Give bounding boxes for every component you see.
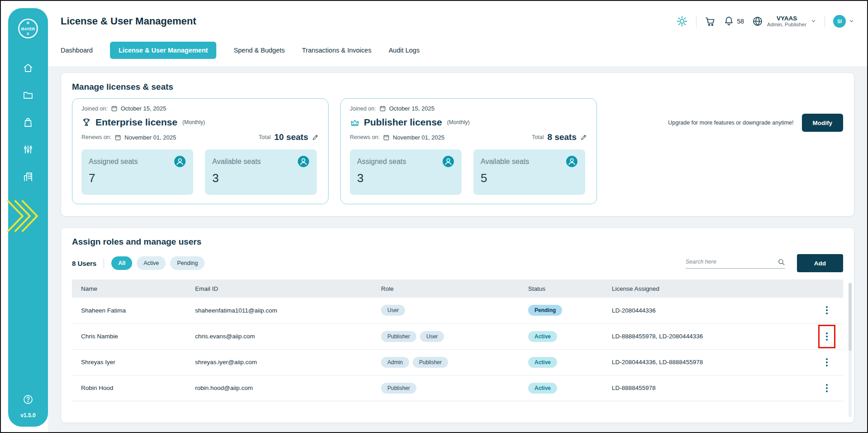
renews-date: November 01, 2025: [393, 134, 444, 141]
trophy-icon: [81, 117, 91, 127]
assigned-seats-box: Assigned seats 7: [81, 149, 193, 195]
license-card-enterprise: Joined on: October 15, 2025 Enterprise l…: [72, 98, 329, 204]
cell-roles: AdminPublisher: [372, 349, 519, 375]
sidebar-item-marketplace[interactable]: [22, 117, 34, 129]
billing-cycle: (Monthly): [447, 119, 470, 125]
license-name: Enterprise license: [95, 117, 177, 128]
help-button[interactable]: [22, 394, 34, 406]
kebab-highlight-frame: [818, 376, 835, 400]
renews-date: November 01, 2025: [124, 134, 176, 141]
calendar-icon: [114, 134, 121, 141]
role-pill: User: [420, 331, 444, 342]
cell-roles: User: [372, 298, 519, 323]
tab-transactions-invoices[interactable]: Transactions & Invoices: [302, 47, 371, 54]
divider: [104, 258, 104, 268]
status-pill: Active: [528, 357, 557, 368]
col-header-name: Name: [72, 279, 186, 298]
row-actions-kebab-icon[interactable]: [821, 327, 833, 346]
table-row: Chris Nambie chris.evans@aiip.com Publis…: [72, 323, 843, 349]
seat-label: Assigned seats: [89, 158, 138, 166]
sidebar-nav: [22, 63, 34, 183]
seat-value: 7: [89, 171, 186, 185]
folder-icon: [23, 90, 33, 101]
sidebar-item-organization[interactable]: [22, 171, 34, 183]
avatar: SI: [833, 15, 846, 28]
joined-label: Joined on:: [81, 106, 108, 112]
seat-label: Assigned seats: [357, 158, 406, 166]
calendar-icon: [111, 105, 118, 112]
filter-active[interactable]: Active: [137, 256, 166, 270]
row-actions-kebab-icon[interactable]: [821, 379, 833, 398]
users-tbody: Shaheen Fatima shaheenfatima1011@aiip.co…: [72, 298, 843, 401]
total-seats: 8 seats: [548, 132, 577, 142]
svg-text:E: E: [27, 32, 29, 36]
filter-pills: AllActivePending: [111, 256, 205, 270]
licenses-section-title: Manage licenses & seats: [72, 82, 843, 92]
tab-license-user-management[interactable]: License & User Management: [110, 42, 216, 59]
seat-value: 3: [357, 171, 454, 185]
filter-all[interactable]: All: [111, 256, 132, 270]
cell-roles: Publisher: [372, 375, 519, 401]
svg-text:B: B: [27, 21, 29, 25]
bayer-logo: BAYER B E: [18, 18, 38, 39]
avatar-menu[interactable]: SI: [833, 15, 854, 28]
cell-status: Pending: [519, 298, 603, 323]
divider: [696, 15, 696, 27]
tab-audit-logs[interactable]: Audit Logs: [389, 47, 420, 54]
globe-icon: [752, 16, 763, 27]
chevron-down-icon: [849, 18, 854, 24]
modify-button[interactable]: Modify: [802, 114, 844, 132]
cell-name: Shreyas Iyer: [72, 349, 186, 375]
cell-status: Active: [519, 323, 603, 349]
kebab-highlight-frame: [818, 325, 835, 348]
notification-count: 58: [737, 18, 744, 25]
sidebar-item-home[interactable]: [22, 63, 34, 74]
users-count: 8 Users: [72, 260, 96, 267]
main-area: License & User Management 58 VYAAS: [48, 1, 867, 432]
available-seats-box: Available seats 3: [205, 149, 317, 195]
seat-value: 3: [212, 171, 310, 185]
seat-label: Available seats: [481, 158, 529, 166]
building-icon: [23, 171, 33, 182]
bag-icon: [23, 117, 33, 128]
tab-spend-budgets[interactable]: Spend & Budgets: [234, 47, 285, 54]
edit-seats-icon[interactable]: [312, 134, 319, 141]
billing-cycle: (Monthly): [182, 119, 205, 125]
cart-icon[interactable]: [705, 16, 715, 27]
available-seats-box: Available seats 5: [473, 149, 585, 195]
notifications-button[interactable]: 58: [724, 16, 744, 26]
col-header-license-assigned: License Assigned: [603, 279, 810, 298]
table-scrollbar[interactable]: [849, 282, 852, 417]
role-pill: Publisher: [413, 357, 448, 368]
row-actions-kebab-icon[interactable]: [821, 353, 833, 372]
add-user-button[interactable]: Add: [797, 254, 843, 272]
page-title: License & User Management: [61, 15, 196, 27]
row-actions-kebab-icon[interactable]: [821, 301, 833, 320]
col-header-actions: [810, 279, 843, 298]
filter-pending[interactable]: Pending: [170, 256, 205, 270]
license-card-publisher: Joined on: October 15, 2025 Publisher li…: [340, 98, 597, 204]
kebab-cell: [810, 375, 843, 401]
users-section: Assign roles and manage users 8 Users Al…: [61, 227, 854, 423]
account-menu[interactable]: VYAAS Admin, Publisher: [752, 15, 816, 28]
cell-roles: PublisherUser: [372, 323, 519, 349]
edit-seats-icon[interactable]: [580, 134, 587, 141]
person-circle-icon: [174, 155, 186, 168]
scrollbar-thumb[interactable]: [849, 283, 852, 351]
sidebar-item-projects[interactable]: [22, 90, 34, 101]
search-icon[interactable]: [777, 258, 785, 266]
renews-label: Renews on:: [350, 134, 380, 140]
calendar-icon: [383, 134, 390, 141]
search-input[interactable]: [686, 259, 777, 265]
gear-icon[interactable]: [676, 15, 688, 27]
tab-dashboard[interactable]: Dashboard: [61, 47, 93, 54]
status-pill: Pending: [528, 305, 562, 316]
chevron-down-icon: [811, 18, 816, 24]
users-table: NameEmail IDRoleStatusLicense Assigned S…: [72, 279, 843, 401]
content: Manage licenses & seats Joined on: Octob…: [48, 66, 867, 432]
version-label: v1.5.0: [20, 412, 35, 419]
sidebar-item-analytics[interactable]: [22, 144, 34, 156]
cell-license: LD-8888455978, LD-2080444336: [603, 323, 810, 349]
table-row: Robin Hood robin.hood@aiip.com Publisher…: [72, 375, 843, 401]
users-controls: 8 Users AllActivePending Add: [72, 254, 843, 272]
